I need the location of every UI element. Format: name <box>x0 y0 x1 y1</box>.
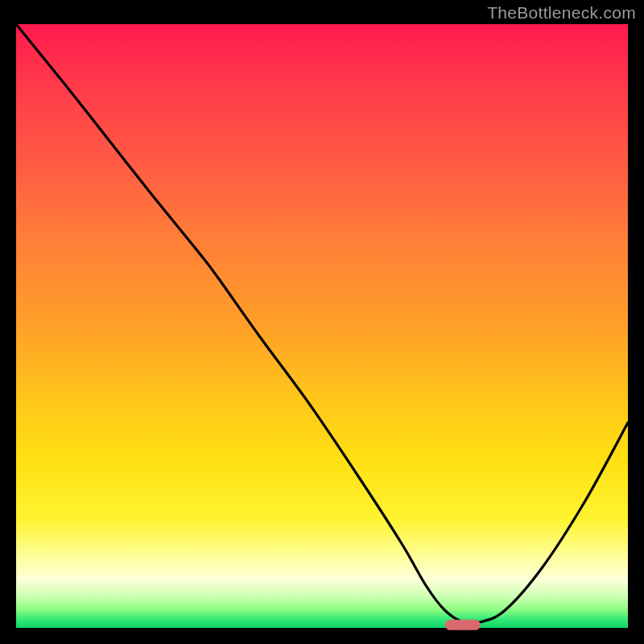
plot-area <box>16 24 628 628</box>
chart-frame: TheBottleneck.com <box>0 0 644 644</box>
bottleneck-curve-path <box>16 24 628 624</box>
bottleneck-marker <box>445 620 481 630</box>
watermark-text: TheBottleneck.com <box>487 3 636 23</box>
chart-svg <box>16 24 628 628</box>
